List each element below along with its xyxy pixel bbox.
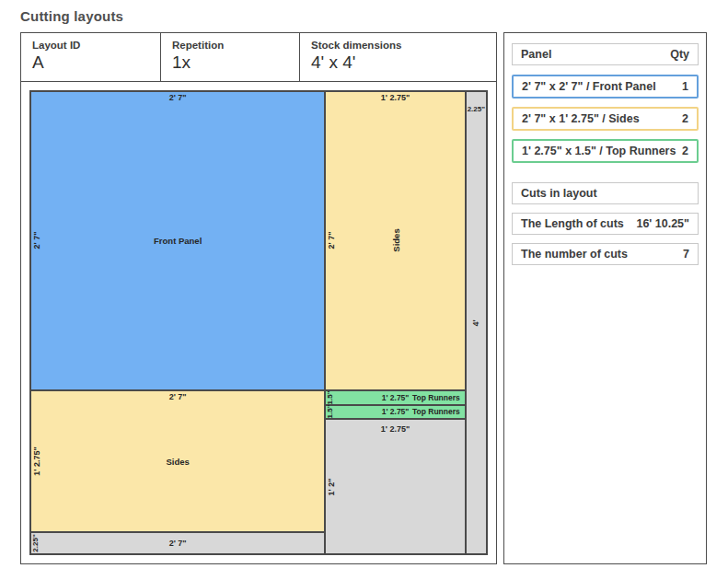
- repetition-label: Repetition: [172, 40, 288, 51]
- stock-sheet: 2' 7" 2' 7" Front Panel 1' 2.75" 2' 7" S…: [29, 90, 488, 555]
- repetition-cell: Repetition 1x: [161, 33, 300, 81]
- waste-bottom-strip: 2.25" 2' 7": [30, 532, 325, 554]
- legend-front-panel-qty: 1: [682, 80, 688, 93]
- sides-vertical-width-dim: 1' 2.75": [381, 93, 410, 102]
- number-of-cuts-row: The number of cuts 7: [512, 243, 699, 265]
- number-of-cuts-value: 7: [683, 248, 689, 261]
- top-runner-1-height-dim: 1.5": [326, 390, 334, 404]
- waste-right-height-dim: 4': [471, 319, 480, 326]
- piece-top-runner-1: 1.5" 1' 2.75" Top Runners: [325, 390, 465, 405]
- stock-dimensions-label: Stock dimensions: [311, 40, 485, 51]
- piece-sides-vertical: 1' 2.75" 2' 7" Sides: [325, 91, 465, 390]
- waste-bottom-width-dim: 2' 7": [169, 539, 187, 548]
- legend-sides-label: 2' 7" x 1' 2.75" / Sides: [522, 112, 640, 125]
- top-runner-1-name: Top Runners: [412, 393, 460, 402]
- length-of-cuts-label: The Length of cuts: [521, 217, 624, 230]
- top-runner-2-name: Top Runners: [412, 407, 460, 416]
- legend-top-runners-label: 1' 2.75" x 1.5" / Top Runners: [522, 145, 676, 157]
- piece-top-runner-2: 1.5" 1' 2.75" Top Runners: [325, 405, 465, 420]
- waste-right-width-dim: 2.25": [468, 105, 485, 113]
- front-panel-height-dim: 2' 7": [32, 232, 41, 249]
- layout-id-label: Layout ID: [32, 40, 149, 51]
- sidebar-section-gap: [512, 171, 699, 182]
- waste-middle-area: 1' 2.75" 1' 2": [325, 419, 465, 554]
- page-title: Cutting layouts: [20, 8, 123, 24]
- number-of-cuts-label: The number of cuts: [521, 248, 628, 261]
- waste-right-strip: 2.25" 4': [466, 91, 487, 554]
- sides-horizontal-width-dim: 2' 7": [169, 392, 187, 401]
- length-of-cuts-value: 16' 10.25": [636, 217, 689, 230]
- piece-sides-horizontal: 2' 7" 1' 2.75" Sides: [30, 390, 325, 533]
- cuts-in-layout-header: Cuts in layout: [512, 182, 699, 204]
- top-runner-1-width-dim: 1' 2.75": [382, 393, 410, 402]
- panel-column-header: Panel: [521, 48, 551, 61]
- sides-horizontal-height-dim: 1' 2.75": [32, 447, 41, 475]
- layout-id-cell: Layout ID A: [21, 33, 161, 81]
- stock-dimensions-cell: Stock dimensions 4' x 4': [300, 33, 496, 81]
- cutting-layouts-page: Cutting layouts Layout ID A Repetition 1…: [0, 0, 728, 580]
- layout-header-row: Layout ID A Repetition 1x Stock dimensio…: [21, 33, 496, 82]
- panel-table-header: Panel Qty: [512, 43, 699, 65]
- length-of-cuts-row: The Length of cuts 16' 10.25": [512, 213, 699, 235]
- layout-card: Layout ID A Repetition 1x Stock dimensio…: [20, 32, 497, 564]
- front-panel-name: Front Panel: [154, 236, 202, 246]
- sides-horizontal-name: Sides: [166, 457, 189, 467]
- waste-bottom-height-dim: 2.25": [31, 535, 40, 552]
- legend-top-runners-qty: 2: [682, 145, 688, 157]
- sides-vertical-name: Sides: [390, 229, 400, 252]
- qty-column-header: Qty: [670, 48, 689, 61]
- waste-middle-width-dim: 1' 2.75": [381, 424, 410, 434]
- legend-row-front-panel[interactable]: 2' 7" x 2' 7" / Front Panel 1: [512, 75, 699, 99]
- legend-sides-qty: 2: [682, 112, 688, 125]
- legend-row-top-runners[interactable]: 1' 2.75" x 1.5" / Top Runners 2: [512, 139, 699, 163]
- legend-row-sides[interactable]: 2' 7" x 1' 2.75" / Sides 2: [512, 107, 699, 131]
- top-runner-2-width-dim: 1' 2.75": [382, 407, 410, 416]
- legend-front-panel-label: 2' 7" x 2' 7" / Front Panel: [522, 80, 656, 93]
- cutting-diagram: 2' 7" 2' 7" Front Panel 1' 2.75" 2' 7" S…: [21, 82, 496, 563]
- layout-id-value: A: [32, 52, 149, 73]
- top-runner-2-height-dim: 1.5": [326, 405, 334, 419]
- panel-summary-sidebar: Panel Qty 2' 7" x 2' 7" / Front Panel 1 …: [503, 32, 707, 564]
- sides-vertical-height-dim: 2' 7": [327, 232, 336, 249]
- piece-front-panel: 2' 7" 2' 7" Front Panel: [30, 91, 325, 390]
- waste-middle-height-dim: 1' 2": [327, 478, 336, 495]
- stock-dimensions-value: 4' x 4': [311, 52, 485, 73]
- front-panel-width-dim: 2' 7": [169, 93, 187, 102]
- repetition-value: 1x: [172, 52, 288, 73]
- cuts-in-layout-label: Cuts in layout: [521, 187, 597, 200]
